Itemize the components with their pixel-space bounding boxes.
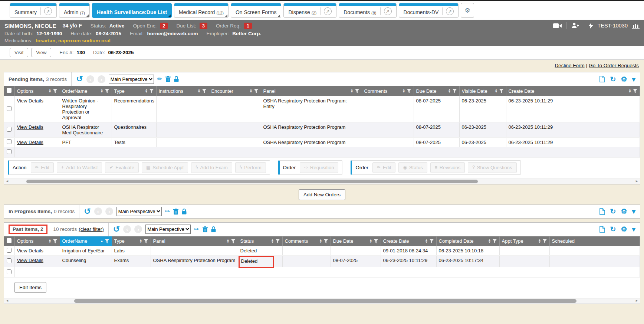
evaluate-button[interactable]: ✔Evaluate (105, 162, 139, 173)
tab-summary-external[interactable]: ↗ (40, 7, 52, 15)
next-icon[interactable]: › (98, 75, 105, 83)
filter-icon[interactable] (105, 239, 109, 243)
edit-pencil-icon[interactable]: ✏ (157, 76, 162, 82)
row-checkbox[interactable] (7, 269, 12, 274)
tab-health-surveillance[interactable]: Health Surveillance:Due List (92, 3, 172, 18)
lightning-icon[interactable] (589, 23, 593, 29)
sort-icon[interactable]: ▲▼ (139, 239, 142, 243)
refresh-icon[interactable]: ↻ (610, 208, 616, 215)
medications-value[interactable]: losartan, naproxen sodium oral (36, 38, 111, 43)
refresh-icon[interactable]: ↻ (610, 76, 616, 83)
video-camera-icon[interactable] (553, 23, 562, 29)
order-edit-button[interactable]: ✏Edit (372, 162, 395, 173)
row-checkbox[interactable] (7, 149, 12, 154)
clear-filter-link[interactable]: (clear filter) (79, 226, 104, 232)
gear-icon[interactable]: ⚙ (621, 226, 627, 233)
prev-icon[interactable]: ‹ (86, 75, 94, 83)
edit-pencil-icon[interactable]: ✏ (165, 209, 170, 215)
tab-dispense-external[interactable]: ↗ (320, 7, 332, 15)
row-checkbox[interactable] (7, 248, 12, 253)
lock-icon[interactable] (174, 76, 179, 82)
scroll-left-icon[interactable]: ◄ (6, 299, 9, 302)
scrollbar-thumb[interactable] (74, 299, 576, 303)
filter-icon[interactable] (493, 239, 497, 243)
sort-asc-icon[interactable]: ▲ (101, 240, 104, 242)
select-all-checkbox[interactable] (7, 88, 12, 93)
order-req-badge[interactable]: 1 (244, 23, 252, 29)
undo-icon[interactable]: ↺ (76, 75, 83, 83)
view-details-link[interactable]: View Details (17, 140, 43, 145)
row-checkbox[interactable] (7, 139, 12, 144)
sort-icon[interactable]: ▲▼ (628, 89, 631, 93)
collapse-chevron-icon[interactable]: ▾ (632, 226, 635, 233)
bar-chart-icon[interactable] (632, 23, 640, 29)
gear-icon[interactable]: ⚙ (621, 208, 627, 215)
sort-icon[interactable]: ▲▼ (425, 239, 428, 243)
filter-icon[interactable] (254, 89, 259, 93)
gear-icon[interactable]: ⚙ (621, 76, 627, 83)
sort-icon[interactable]: ▲▼ (402, 89, 405, 93)
filter-icon[interactable] (499, 89, 504, 93)
filter-icon[interactable] (53, 89, 58, 93)
trash-icon[interactable] (173, 209, 178, 215)
select-all-checkbox[interactable] (7, 238, 12, 243)
lock-icon[interactable] (211, 226, 216, 232)
sort-icon[interactable]: ▲▼ (198, 89, 201, 93)
collapse-chevron-icon[interactable]: ▾ (632, 76, 635, 83)
refresh-icon[interactable]: ↻ (610, 226, 616, 233)
filter-icon[interactable] (324, 239, 328, 243)
sort-icon[interactable]: ▲▼ (101, 89, 104, 93)
filter-icon[interactable] (231, 239, 236, 243)
next-icon[interactable]: › (105, 207, 113, 215)
schedule-appt-button[interactable]: ▦Schedule Appt (142, 162, 188, 173)
scrollbar-thumb[interactable] (26, 180, 478, 183)
filter-icon[interactable] (150, 89, 154, 93)
new-document-icon[interactable] (599, 208, 605, 215)
add-new-orders-button[interactable]: Add New Orders (299, 189, 345, 200)
sort-icon[interactable]: ▲▼ (319, 239, 322, 243)
visit-button[interactable]: Visit (10, 48, 28, 57)
sort-icon[interactable]: ▲▼ (488, 239, 491, 243)
undo-icon[interactable]: ↺ (113, 225, 120, 233)
sort-icon[interactable]: ▲▼ (49, 239, 52, 243)
view-details-link[interactable]: View Details (17, 98, 43, 104)
edit-button[interactable]: ✏Edit (31, 162, 54, 173)
pending-horizontal-scrollbar[interactable]: ◄ ► (4, 179, 640, 184)
view-details-link[interactable]: View Details (17, 248, 43, 253)
new-document-icon[interactable] (599, 226, 605, 233)
edit-items-button[interactable]: Edit Items (14, 282, 46, 293)
requisition-button[interactable]: ⇨Requisition (300, 162, 338, 173)
undo-icon[interactable]: ↺ (84, 207, 91, 216)
go-to-order-requests-link[interactable]: Go To Order Requests (589, 63, 639, 68)
perform-button[interactable]: ϟPerform (235, 162, 266, 173)
add-to-exam-button[interactable]: ϟAdd to Exam (191, 162, 232, 173)
filter-icon[interactable] (407, 89, 411, 93)
tab-documents[interactable]: Documents (8) ↗ (339, 3, 396, 18)
scroll-right-icon[interactable]: ► (635, 179, 638, 183)
row-checkbox[interactable] (7, 106, 12, 111)
past-horizontal-scrollbar[interactable]: ◄ ► (4, 298, 640, 304)
in-progress-perspective-select[interactable]: Main Perspective (116, 207, 162, 216)
row-checkbox[interactable] (7, 127, 12, 132)
add-person-icon[interactable] (571, 23, 579, 29)
sort-icon[interactable]: ▲▼ (49, 89, 52, 93)
past-perspective-select[interactable]: Main Perspective (145, 225, 191, 234)
view-details-link[interactable]: View Details (17, 258, 43, 263)
due-list-badge[interactable]: 3 (200, 23, 207, 29)
filter-icon[interactable] (453, 89, 457, 93)
filter-icon[interactable] (144, 239, 148, 243)
status-button[interactable]: ◉Status (398, 162, 427, 173)
filter-icon[interactable] (543, 239, 547, 243)
scroll-left-icon[interactable]: ◄ (6, 179, 9, 183)
pending-perspective-select[interactable]: Main Perspective (109, 75, 154, 84)
edit-pencil-icon[interactable]: ✏ (194, 226, 199, 232)
add-to-waitlist-button[interactable]: +Add To Waitlist (57, 162, 102, 173)
tab-medical-record[interactable]: Medical Record (12) (174, 3, 229, 18)
collapse-chevron-icon[interactable]: ▾ (632, 208, 635, 215)
sort-icon[interactable]: ▲▼ (271, 239, 274, 243)
tab-dispense[interactable]: Dispense (2) ↗ (283, 3, 336, 18)
new-document-icon[interactable] (599, 76, 605, 82)
sort-icon[interactable]: ▲▼ (448, 89, 451, 93)
trash-icon[interactable] (165, 76, 171, 82)
prev-icon[interactable]: ‹ (123, 225, 131, 233)
